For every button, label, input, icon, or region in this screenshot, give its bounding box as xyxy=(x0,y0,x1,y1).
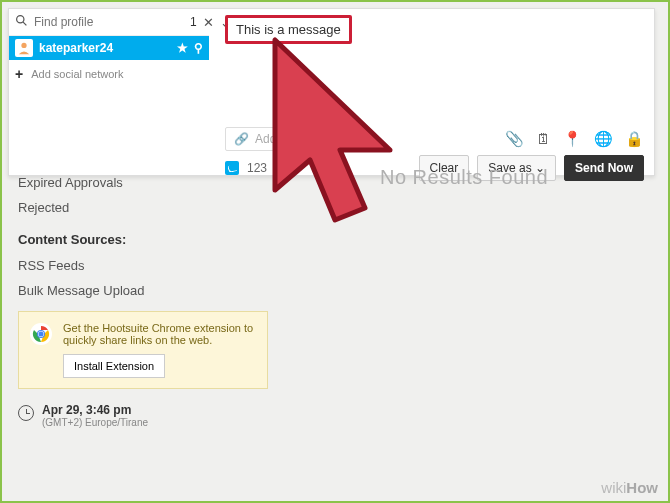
timezone-row[interactable]: Apr 29, 3:46 pm (GMT+2) Europe/Tirane xyxy=(18,403,268,428)
timezone-zone: (GMT+2) Europe/Tirane xyxy=(42,417,148,428)
profile-avatar xyxy=(15,39,33,57)
svg-point-2 xyxy=(21,43,26,48)
link-icon: 🔗 xyxy=(234,132,249,146)
install-extension-button[interactable]: Install Extension xyxy=(63,354,165,378)
sidebar-item-rss[interactable]: RSS Feeds xyxy=(18,253,268,278)
star-icon[interactable]: ★ xyxy=(177,41,188,55)
no-results-text: No Results Found xyxy=(380,166,548,189)
clear-search-icon[interactable]: ✕ xyxy=(203,15,214,30)
chrome-icon xyxy=(29,322,53,346)
svg-point-0 xyxy=(17,16,24,23)
timezone-date: Apr 29, 3:46 pm xyxy=(42,403,148,417)
svg-point-6 xyxy=(39,332,44,337)
svg-line-1 xyxy=(23,22,26,25)
pin-icon[interactable]: ⚲ xyxy=(194,41,203,55)
link-row: 🔗 Add a link 📎 🗓 📍 🌐 🔒 xyxy=(225,127,644,151)
chrome-promo: Get the Hootsuite Chrome extension to qu… xyxy=(18,311,268,389)
link-placeholder: Add a link xyxy=(255,132,308,146)
globe-icon[interactable]: 🌐 xyxy=(594,130,613,148)
composer-card: 1 ✕ ⌄ kateparker24 ★ ⚲ + Add social netw… xyxy=(8,8,655,176)
attachment-icon[interactable]: 📎 xyxy=(505,130,524,148)
selected-profile-chip[interactable]: kateparker24 ★ ⚲ xyxy=(9,36,209,60)
add-network-label: Add social network xyxy=(31,68,123,80)
profile-search-row: 1 ✕ ⌄ xyxy=(9,9,209,36)
promo-text: Get the Hootsuite Chrome extension to qu… xyxy=(63,322,257,346)
content-sources-heading: Content Sources: xyxy=(18,220,268,253)
sidebar: Expired Approvals Rejected Content Sourc… xyxy=(18,170,268,428)
search-icon xyxy=(15,13,28,31)
profile-search-input[interactable] xyxy=(34,15,184,29)
profile-name: kateparker24 xyxy=(39,41,113,55)
send-now-button[interactable]: Send Now xyxy=(564,155,644,181)
location-icon[interactable]: 📍 xyxy=(563,130,582,148)
plus-icon: + xyxy=(15,66,23,82)
add-network-row[interactable]: + Add social network xyxy=(9,60,209,88)
profile-count: 1 xyxy=(190,15,197,29)
message-text-highlight: This is a message xyxy=(225,15,352,44)
sidebar-item-bulk[interactable]: Bulk Message Upload xyxy=(18,278,268,303)
sidebar-item-rejected[interactable]: Rejected xyxy=(18,195,268,220)
calendar-icon[interactable]: 🗓 xyxy=(536,130,551,148)
clock-icon xyxy=(18,405,34,421)
profile-panel: 1 ✕ ⌄ kateparker24 ★ ⚲ + Add social netw… xyxy=(9,9,209,88)
link-input[interactable]: 🔗 Add a link xyxy=(225,127,365,151)
lock-icon[interactable]: 🔒 xyxy=(625,130,644,148)
sidebar-item-expired[interactable]: Expired Approvals xyxy=(18,170,268,195)
message-area[interactable]: This is a message xyxy=(225,15,644,44)
wikihow-watermark: wikiHow xyxy=(601,479,658,497)
